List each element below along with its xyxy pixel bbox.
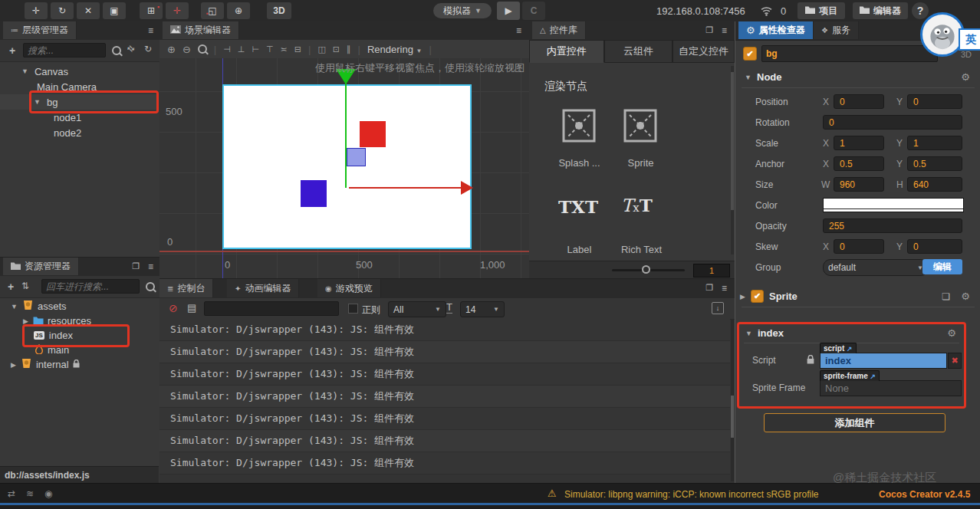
- caret-right-icon[interactable]: ▶: [740, 293, 745, 300]
- create-node-button[interactable]: +: [9, 44, 15, 57]
- rotate-tool-button[interactable]: ↻: [51, 2, 74, 19]
- purple-square-node[interactable]: [301, 180, 327, 207]
- scroll-lock-icon[interactable]: ↓: [712, 302, 724, 314]
- coord-local-button[interactable]: ◱▪: [201, 2, 224, 19]
- distribute-v-icon[interactable]: ⊡: [333, 44, 340, 54]
- mode-3d-button[interactable]: 3D: [267, 2, 291, 19]
- sprite-section-header[interactable]: ▶ ✔ Sprite ❏ ⚙: [735, 288, 980, 305]
- tree-node-bg[interactable]: ▼bg: [0, 94, 158, 110]
- panel-menu-icon[interactable]: ≡: [148, 261, 153, 272]
- asset-internal-folder[interactable]: ▶ internal: [0, 357, 158, 372]
- refresh-button[interactable]: C: [522, 2, 545, 20]
- asset-index-script[interactable]: JS index: [0, 328, 158, 343]
- position-y-input[interactable]: 0: [907, 94, 962, 109]
- font-size-select[interactable]: 14▼: [460, 301, 505, 317]
- rect-tool-button[interactable]: ▣: [103, 2, 126, 19]
- asset-assets-folder[interactable]: ▼ assets: [0, 299, 158, 314]
- tab-animation-editor[interactable]: ✦ 动画编辑器: [227, 279, 299, 297]
- asset-main-scene[interactable]: main: [0, 343, 158, 357]
- group-select[interactable]: default▼: [823, 259, 929, 276]
- scene-viewport[interactable]: 使用鼠标右键平移视窗焦点，使用滚轮缩放视图 500 0 0 500 1,000: [159, 58, 529, 278]
- panel-menu-icon[interactable]: ≡: [148, 25, 153, 36]
- open-editor-button[interactable]: 编辑器: [853, 2, 908, 19]
- widget-sprite[interactable]: [623, 109, 657, 145]
- node-active-checkbox[interactable]: ✔: [743, 47, 757, 61]
- align-bottom-icon[interactable]: ⊟: [294, 44, 301, 54]
- distribute-h-icon[interactable]: ◫: [317, 44, 325, 54]
- anchor-x-input[interactable]: 0.5: [834, 156, 884, 171]
- tab-assets[interactable]: 资源管理器: [3, 258, 79, 275]
- align-left-icon[interactable]: ⊣: [223, 44, 231, 54]
- console-filter-input[interactable]: [204, 301, 339, 316]
- collapse-all-icon[interactable]: ⇄: [125, 43, 137, 55]
- tree-node-node2[interactable]: node2: [0, 125, 158, 140]
- open-project-button[interactable]: 项目: [797, 2, 845, 19]
- align-v-center-icon[interactable]: ≍: [281, 44, 288, 54]
- gear-icon[interactable]: ⚙: [947, 327, 956, 339]
- caret-right-icon[interactable]: ▶: [11, 361, 16, 369]
- gizmo-x-arrow[interactable]: [461, 181, 473, 195]
- asset-resources-folder[interactable]: ▶ resources: [0, 314, 158, 328]
- log-line[interactable]: Simulator: D/jswrapper (143): JS: 组件有效: [159, 386, 730, 408]
- caret-down-icon[interactable]: ▼: [21, 67, 28, 75]
- simulator-dropdown[interactable]: 模拟器▼: [433, 3, 492, 18]
- hierarchy-search-input[interactable]: [23, 43, 106, 57]
- tab-service[interactable]: ❖ 服务: [814, 21, 859, 39]
- scale-y-input[interactable]: 1: [907, 136, 962, 150]
- widget-label[interactable]: TXT: [558, 196, 598, 217]
- align-right-icon[interactable]: ⊢: [252, 44, 259, 54]
- sprite-frame-value-field[interactable]: None: [820, 380, 962, 396]
- panel-menu-icon[interactable]: ≡: [516, 25, 521, 36]
- snap-toggle-button[interactable]: ✛: [166, 2, 189, 19]
- node-section-header[interactable]: ▼ Node ⚙: [735, 69, 980, 86]
- tab-console[interactable]: ≣ 控制台: [159, 279, 213, 297]
- log-line[interactable]: Simulator: D/jswrapper (143): JS: 组件有效: [159, 363, 730, 386]
- scrollbar[interactable]: [731, 319, 734, 481]
- tree-node-node1[interactable]: node1: [0, 110, 158, 125]
- sort-icon[interactable]: ⇅: [21, 281, 29, 291]
- size-w-input[interactable]: 960: [834, 177, 884, 192]
- add-component-button[interactable]: 添加组件: [764, 413, 945, 432]
- red-square-node[interactable]: [360, 121, 386, 147]
- tab-builtin-widgets[interactable]: 内置控件: [529, 40, 604, 63]
- move-tool-button[interactable]: ✛: [25, 2, 48, 19]
- search-icon[interactable]: [146, 282, 155, 291]
- log-line[interactable]: Simulator: D/jswrapper (143): JS: 组件有效: [159, 430, 730, 452]
- sprite-frame-type-tag[interactable]: sprite-frame ↗: [820, 370, 880, 381]
- script-value-field[interactable]: index: [820, 353, 947, 369]
- refresh-icon[interactable]: ↻: [144, 44, 152, 54]
- caret-right-icon[interactable]: ▶: [23, 317, 28, 325]
- tree-node-canvas[interactable]: ▼Canvas: [0, 64, 158, 79]
- gear-icon[interactable]: ⚙: [961, 71, 970, 83]
- popout-icon[interactable]: ❐: [132, 261, 140, 271]
- align-top-icon[interactable]: ⊤: [266, 44, 274, 54]
- node-name-input[interactable]: [761, 45, 938, 62]
- zoom-slider-thumb[interactable]: [642, 265, 650, 274]
- skew-x-input[interactable]: 0: [834, 239, 884, 254]
- panel-menu-icon[interactable]: ≡: [722, 25, 727, 36]
- design-canvas[interactable]: [222, 84, 472, 249]
- log-line[interactable]: Simulator: D/jswrapper (143): JS: 组件有效: [159, 319, 730, 341]
- database-icon[interactable]: ≋: [26, 488, 34, 499]
- popout-icon[interactable]: ❐: [705, 25, 713, 35]
- script-type-tag[interactable]: script ↗: [820, 343, 857, 353]
- docs-icon[interactable]: ❏: [942, 291, 950, 302]
- log-line[interactable]: Simulator: D/jswrapper (143): JS: 组件有效: [159, 408, 730, 430]
- tab-hierarchy[interactable]: ≔ 层级管理器: [3, 21, 77, 39]
- tab-game-preview[interactable]: ◉ 游戏预览: [317, 279, 381, 297]
- zoom-value-box[interactable]: 1: [693, 264, 730, 277]
- zoom-in-icon[interactable]: ⊕: [167, 44, 176, 55]
- zoom-out-icon[interactable]: ⊖: [183, 44, 191, 55]
- log-file-icon[interactable]: ▤: [187, 302, 196, 314]
- log-line[interactable]: Simulator: D/jswrapper (143): JS: 组件有效: [159, 341, 730, 363]
- size-h-input[interactable]: 640: [907, 177, 962, 192]
- coord-global-button[interactable]: ⊕: [227, 2, 250, 19]
- tree-node-main-camera[interactable]: Main Camera: [0, 79, 158, 94]
- tab-scene[interactable]: 场景编辑器: [163, 21, 239, 39]
- script-remove-button[interactable]: ✖: [948, 353, 962, 369]
- caret-down-icon[interactable]: ▼: [11, 303, 18, 310]
- sync-icon[interactable]: ⇄: [8, 488, 15, 499]
- clear-console-icon[interactable]: ⊘: [169, 302, 178, 314]
- create-asset-button[interactable]: +: [8, 281, 14, 293]
- panel-menu-icon[interactable]: ≡: [722, 283, 727, 294]
